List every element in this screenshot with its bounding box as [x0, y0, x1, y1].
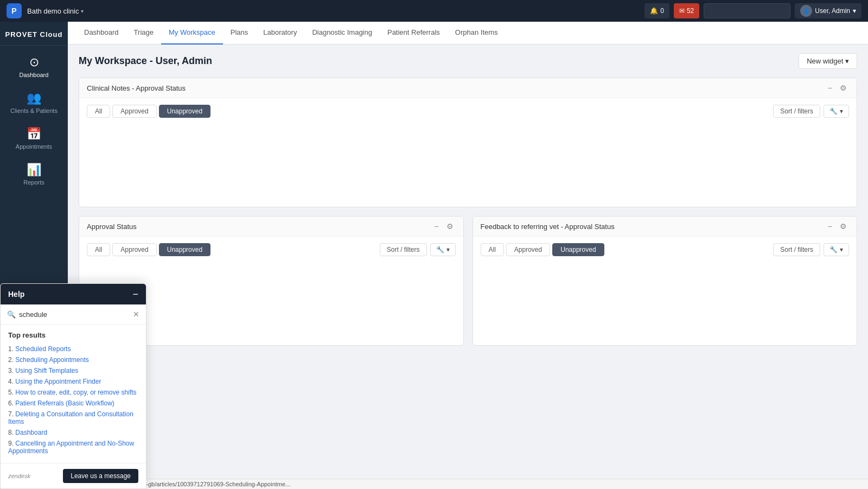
sidebar-item-dashboard[interactable]: ⊙ Dashboard: [0, 50, 68, 84]
sidebar-item-label: Dashboard: [20, 72, 49, 78]
tool-button[interactable]: 🔧 ▾: [824, 105, 849, 118]
tab-diagnostic-imaging[interactable]: Diagnostic Imaging: [304, 22, 380, 45]
topbar: P Bath demo clinic ▾ 🔔 0 ✉ 52 👤 User, Ad…: [0, 0, 868, 22]
tab-laboratory[interactable]: Laboratory: [256, 22, 304, 45]
filter-bar: All Approved Unapproved Sort / filters 🔧…: [481, 243, 850, 256]
sidebar-brand-area: PROVET Cloud: [0, 26, 68, 46]
widget-minimize-button[interactable]: −: [826, 84, 834, 92]
wrench-icon: 🔧: [829, 246, 838, 253]
tool-chevron: ▾: [446, 246, 450, 253]
sidebar-item-label: Appointments: [16, 143, 52, 150]
tab-triage[interactable]: Triage: [126, 22, 161, 45]
help-result-link-5[interactable]: How to create, edit, copy, or remove shi…: [15, 389, 136, 396]
filter-unapproved[interactable]: Unapproved: [159, 105, 210, 118]
help-result-link-7[interactable]: Deleting a Consultation and Consultation…: [8, 410, 133, 426]
filter-all[interactable]: All: [481, 243, 504, 256]
widget-header: Feedback to referring vet - Approval Sta…: [473, 217, 857, 237]
help-search-input[interactable]: [19, 310, 130, 319]
top-results-label: Top results: [8, 331, 138, 339]
sidebar-item-appointments[interactable]: 📅 Appointments: [0, 122, 68, 155]
tool-chevron: ▾: [840, 107, 843, 115]
filter-all[interactable]: All: [87, 243, 110, 256]
widget-minimize-button[interactable]: −: [432, 222, 441, 231]
filter-unapproved[interactable]: Unapproved: [159, 243, 210, 256]
main-wrapper: Dashboard Triage My Workspace Plans Labo…: [68, 22, 868, 489]
clinical-notes-widget: Clinical Notes - Approval Status − ⚙ All…: [79, 78, 857, 207]
tab-my-workspace[interactable]: My Workspace: [161, 22, 223, 45]
help-result-4: 4. Using the Appointment Finder: [8, 376, 138, 387]
clinic-chevron: ▾: [81, 8, 84, 14]
widget-controls: − ⚙: [826, 84, 849, 92]
help-result-5: 5. How to create, edit, copy, or remove …: [8, 387, 138, 398]
filter-all[interactable]: All: [87, 105, 110, 118]
sidebar-item-label: Reports: [23, 179, 44, 186]
widgets-grid: Approval Status − ⚙ All Approved Unappro…: [79, 216, 857, 346]
clinic-selector[interactable]: Bath demo clinic ▾: [27, 7, 84, 15]
help-clear-button[interactable]: ✕: [133, 310, 139, 319]
filter-tabs: All Approved Unapproved: [87, 243, 210, 256]
help-search-area: 🔍 ✕: [1, 304, 146, 325]
leave-message-button[interactable]: Leave us a message: [63, 469, 138, 483]
tool-chevron: ▾: [840, 246, 843, 253]
filter-unapproved[interactable]: Unapproved: [552, 243, 604, 256]
help-result-link-1[interactable]: Scheduled Reports: [15, 345, 71, 353]
help-result-link-6[interactable]: Patient Referrals (Basic Workflow): [15, 399, 114, 407]
wrench-icon: 🔧: [829, 107, 838, 115]
mail-icon: ✉: [679, 7, 685, 15]
sidebar-item-clients[interactable]: 👥 Clients & Patients: [0, 86, 68, 119]
help-result-8: 8. Dashboard: [8, 427, 138, 438]
help-result-1: 1. Scheduled Reports: [8, 344, 138, 354]
widget-minimize-button[interactable]: −: [826, 222, 834, 231]
tab-orphan-items[interactable]: Orphan Items: [448, 22, 506, 45]
notification-count: 0: [660, 7, 664, 15]
nav-tabs: Dashboard Triage My Workspace Plans Labo…: [68, 22, 868, 45]
notification-button[interactable]: 🔔 0: [644, 3, 669, 18]
mail-count: 52: [687, 7, 694, 15]
sort-filters-button[interactable]: Sort / filters: [773, 243, 820, 256]
widget-settings-button[interactable]: ⚙: [444, 222, 456, 231]
filter-approved[interactable]: Approved: [506, 243, 550, 256]
widget-title: Approval Status: [87, 223, 137, 231]
widget-title: Clinical Notes - Approval Status: [87, 84, 186, 92]
widget-controls: − ⚙: [432, 222, 455, 231]
tool-button[interactable]: 🔧 ▾: [430, 243, 456, 256]
tab-plans[interactable]: Plans: [223, 22, 256, 45]
sort-filters-button[interactable]: Sort / filters: [380, 243, 427, 256]
help-result-link-3[interactable]: Using Shift Templates: [15, 367, 78, 374]
help-result-3: 3. Using Shift Templates: [8, 365, 138, 376]
topbar-logo: P: [7, 3, 22, 18]
page-header: My Workspace - User, Admin New widget ▾: [79, 53, 857, 69]
tool-button[interactable]: 🔧 ▾: [824, 243, 849, 256]
filter-approved[interactable]: Approved: [112, 105, 156, 118]
search-icon: 🔍: [7, 310, 16, 319]
help-result-link-4[interactable]: Using the Appointment Finder: [15, 378, 101, 385]
zendesk-logo: zendesk: [8, 473, 30, 479]
filter-approved[interactable]: Approved: [112, 243, 156, 256]
global-search-input[interactable]: [704, 3, 790, 18]
help-header: Help −: [1, 284, 146, 304]
widget-settings-button[interactable]: ⚙: [838, 84, 849, 92]
widget-title: Feedback to referring vet - Approval Sta…: [481, 223, 615, 231]
help-result-7: 7. Deleting a Consultation and Consultat…: [8, 409, 138, 427]
help-result-link-2[interactable]: Scheduling Appointments: [15, 356, 88, 364]
sidebar-item-reports[interactable]: 📊 Reports: [0, 157, 68, 191]
user-chevron: ▾: [853, 7, 856, 15]
help-result-link-9[interactable]: Cancelling an Appointment and No-Show Ap…: [8, 440, 134, 455]
clinic-name: Bath demo clinic: [27, 7, 79, 15]
sort-filters-button[interactable]: Sort / filters: [773, 105, 820, 118]
new-widget-button[interactable]: New widget ▾: [799, 53, 857, 69]
help-result-link-8[interactable]: Dashboard: [15, 429, 47, 436]
widget-controls: − ⚙: [826, 222, 849, 231]
user-label: User, Admin: [815, 7, 850, 15]
help-minimize-button[interactable]: −: [132, 289, 138, 299]
wrench-icon: 🔧: [436, 246, 444, 253]
tab-dashboard[interactable]: Dashboard: [76, 22, 126, 45]
tab-patient-referrals[interactable]: Patient Referrals: [380, 22, 448, 45]
reports-icon: 📊: [27, 163, 41, 177]
bell-icon: 🔔: [650, 7, 658, 15]
widget-body: All Approved Unapproved Sort / filters 🔧…: [79, 98, 857, 207]
user-menu[interactable]: 👤 User, Admin ▾: [795, 3, 861, 18]
page-title: My Workspace - User, Admin: [79, 55, 212, 67]
mail-button[interactable]: ✉ 52: [674, 3, 699, 18]
widget-settings-button[interactable]: ⚙: [838, 222, 849, 231]
